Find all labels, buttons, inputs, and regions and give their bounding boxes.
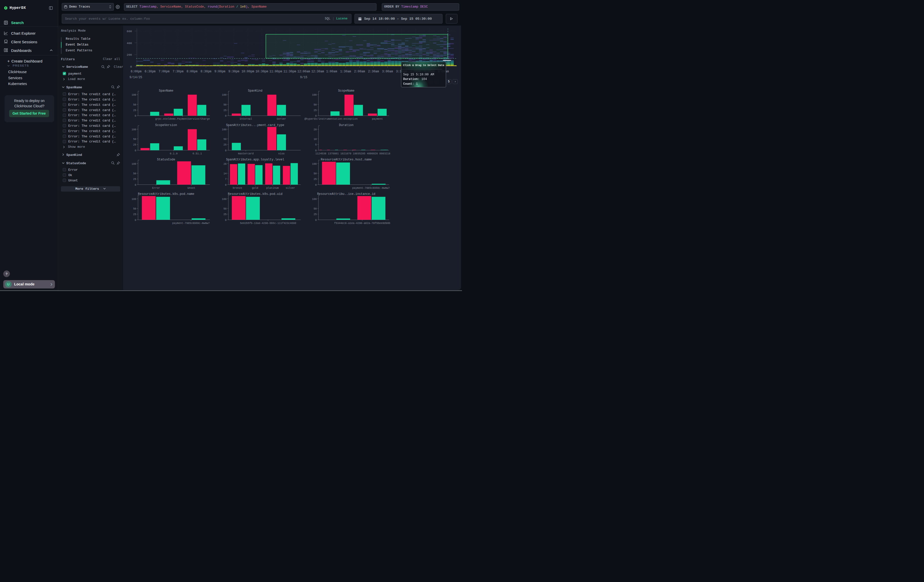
svg-text:ScopeVersion: ScopeVersion [155,124,177,127]
svg-text:20: 20 [314,128,317,131]
svg-text:platinum: platinum [266,186,279,189]
svg-text:50: 50 [314,172,317,175]
svg-text:0.51.1: 0.51.1 [192,152,202,155]
svg-text:25: 25 [314,178,317,181]
svg-text:Server: Server [277,117,286,120]
svg-text:5e02b5fb-13ae-4296-bbbc-111f42: 5e02b5fb-13ae-4296-bbbc-111f423c460d [240,221,296,224]
svg-text:25: 25 [133,143,136,146]
svg-text:600: 600 [127,30,132,33]
svg-text:50: 50 [314,103,317,106]
svg-text:1:00am: 1:00am [326,70,337,73]
svg-text:Error: Error [152,186,160,189]
svg-text:100: 100 [131,128,136,131]
svg-text:100: 100 [222,128,226,131]
svg-text:0: 0 [315,149,317,152]
svg-text:f5344ec9-a1ea-4290-a62a-78f5be: f5344ec9-a1ea-4290-a62a-78f5bee8d90b [334,221,390,224]
svg-text:7: 7 [225,178,226,181]
svg-text:SpanKind: SpanKind [248,89,262,92]
svg-text:50: 50 [223,103,226,106]
svg-text:Unset: Unset [187,186,195,189]
svg-text:200: 200 [127,53,132,56]
svg-text:Internal: Internal [239,117,252,120]
svg-text:50: 50 [133,172,136,175]
svg-text:9/14/25: 9/14/25 [129,76,142,79]
svg-text:100: 100 [131,197,136,200]
svg-text:0: 0 [225,149,226,152]
svg-text:100: 100 [222,93,226,96]
svg-text:50: 50 [314,207,317,210]
svg-text:50: 50 [223,138,226,141]
svg-text:1:30am: 1:30am [340,70,351,73]
svg-text:SpanAttributes.app.loyalty.lev: SpanAttributes.app.loyalty.level [226,158,284,162]
svg-text:ResourceAttributes.k8s.pod.nam: ResourceAttributes.k8s.pod.name [138,192,194,196]
svg-text:ScopeName: ScopeName [338,89,355,92]
svg-text:payment: payment [372,117,383,120]
svg-text:ResourceAttributes.host.name: ResourceAttributes.host.name [320,158,371,162]
svg-text:8:00pm: 8:00pm [186,70,197,73]
svg-text:6:00pm: 6:00pm [130,70,142,73]
svg-text:visa: visa [278,152,284,155]
svg-text:10: 10 [314,138,317,141]
svg-text:0: 0 [315,218,317,221]
svg-text:50: 50 [133,138,136,141]
svg-text:bronze: bronze [233,186,242,189]
svg-text:@hyperdx/instrumentation-excep: @hyperdx/instrumentation-exception [304,117,358,120]
svg-text:7:30pm: 7:30pm [173,70,183,73]
svg-text:7:00pm: 7:00pm [158,70,169,73]
svg-text:0: 0 [225,183,226,186]
svg-text:SpanAttributes...yment.card_ty: SpanAttributes...yment.card_type [226,124,284,127]
svg-text:0: 0 [130,65,132,68]
svg-text:0: 0 [225,218,226,221]
svg-text:mastercard: mastercard [238,152,254,155]
svg-text:28: 28 [223,162,226,165]
svg-text:0: 0 [135,218,136,221]
svg-text:11:30pm: 11:30pm [283,70,296,73]
svg-text:payment-7985c8969c-mwmw7: payment-7985c8969c-mwmw7 [172,221,210,224]
svg-text:10:00pm: 10:00pm [241,70,254,73]
svg-text:9:30pm: 9:30pm [228,70,239,73]
svg-text:12:30am: 12:30am [311,70,324,73]
svg-text:0: 0 [135,149,136,152]
svg-text:8:30pm: 8:30pm [200,70,211,73]
svg-text:25: 25 [223,109,226,112]
svg-text:25: 25 [133,109,136,112]
svg-text:9/15: 9/15 [300,76,307,79]
svg-text:ResourceAttribu..ice.instance.: ResourceAttribu..ice.instance.id [317,192,375,196]
svg-text:100: 100 [131,162,136,165]
svg-text:gold: gold [252,186,258,189]
svg-text:25: 25 [314,109,317,112]
svg-text:25: 25 [133,178,136,181]
svg-text:25: 25 [314,213,317,216]
svg-text:1124538 1376801 1621070 199352: 1124538 1376801 1621070 19935295 4090920… [315,152,390,155]
svg-text:10:30pm: 10:30pm [255,70,268,73]
svg-text:0: 0 [225,114,226,117]
svg-text:Duration: Duration [339,124,353,127]
svg-text:2:30am: 2:30am [368,70,379,73]
svg-text:100: 100 [312,162,317,165]
svg-text:100: 100 [312,197,317,200]
svg-text:50: 50 [133,103,136,106]
svg-text:100: 100 [312,93,317,96]
svg-text:0: 0 [135,183,136,186]
svg-text:50: 50 [133,207,136,210]
svg-text:SpanName: SpanName [158,89,173,92]
svg-text:12:00am: 12:00am [297,70,310,73]
svg-text:25: 25 [133,213,136,216]
svg-text:9:00pm: 9:00pm [214,70,225,73]
svg-text:StatusCode: StatusCode [157,158,175,162]
svg-text:0: 0 [315,114,317,117]
svg-text:payment-7985c8969c-mwmw7: payment-7985c8969c-mwmw7 [352,186,389,189]
svg-text:50: 50 [223,207,226,210]
svg-text:0: 0 [135,114,136,117]
svg-text:100: 100 [222,197,226,200]
svg-text:25: 25 [223,143,226,146]
svg-text:14: 14 [223,172,226,175]
svg-text:11:00pm: 11:00pm [269,70,282,73]
svg-text:silver: silver [285,186,295,189]
svg-text:grpc.oteldemo.PaymentService/C: grpc.oteldemo.PaymentService/Charge [155,117,210,120]
svg-text:ResourceAttributes.k8s.pod.uid: ResourceAttributes.k8s.pod.uid [228,192,282,196]
svg-text:0.1.0: 0.1.0 [170,152,178,155]
svg-text:100: 100 [131,93,136,96]
svg-text:25: 25 [223,213,226,216]
svg-text:3:00am: 3:00am [382,70,393,73]
